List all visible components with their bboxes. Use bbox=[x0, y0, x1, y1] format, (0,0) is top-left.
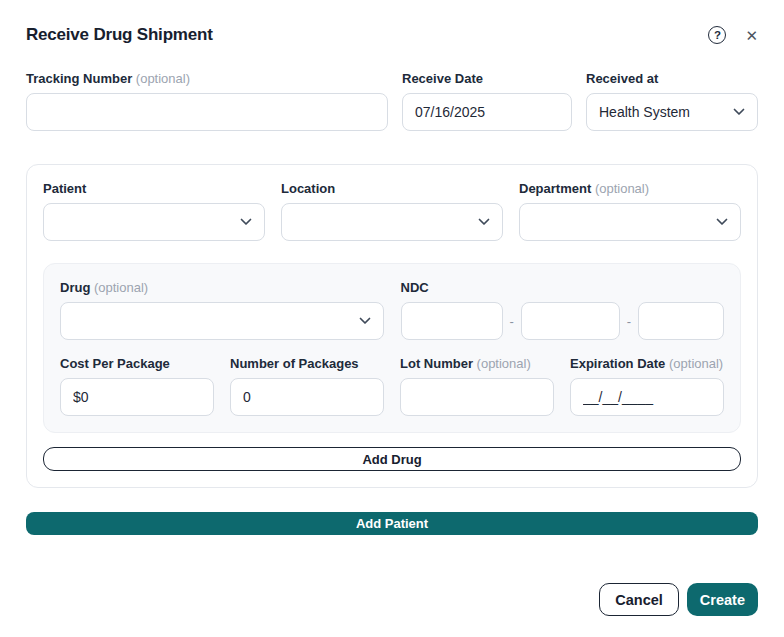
receive-drug-shipment-modal: Receive Drug Shipment ? ✕ Tracking Numbe… bbox=[0, 0, 784, 616]
ndc-separator: - bbox=[510, 314, 514, 329]
department-select[interactable] bbox=[519, 203, 741, 241]
cost-per-package-field-group: Cost Per Package bbox=[60, 356, 214, 416]
close-icon[interactable]: ✕ bbox=[745, 28, 758, 43]
ndc-field-group: NDC - - bbox=[401, 280, 725, 340]
add-drug-button[interactable]: Add Drug bbox=[43, 447, 741, 471]
tracking-number-label: Tracking Number (optional) bbox=[26, 71, 388, 86]
chevron-down-icon bbox=[478, 218, 490, 226]
shipment-info-row: Tracking Number (optional) Receive Date … bbox=[26, 71, 758, 131]
ndc-segment-2-input[interactable] bbox=[521, 302, 620, 340]
drug-details-row: Cost Per Package Number of Packages Lot … bbox=[60, 356, 724, 416]
chevron-down-icon bbox=[359, 317, 371, 325]
received-at-select[interactable]: Health System bbox=[586, 93, 758, 131]
patient-select[interactable] bbox=[43, 203, 265, 241]
chevron-down-icon bbox=[716, 218, 728, 226]
create-button[interactable]: Create bbox=[687, 583, 758, 616]
drug-ndc-row: Drug (optional) NDC - - bbox=[60, 280, 724, 340]
drug-select[interactable] bbox=[60, 302, 384, 340]
ndc-segment-1-input[interactable] bbox=[401, 302, 503, 340]
tracking-number-field-group: Tracking Number (optional) bbox=[26, 71, 388, 131]
cost-per-package-input[interactable] bbox=[60, 378, 214, 416]
drug-field-group: Drug (optional) bbox=[60, 280, 384, 340]
patient-card: Patient Location Department bbox=[26, 164, 758, 488]
department-field-group: Department (optional) bbox=[519, 181, 741, 241]
patient-label: Patient bbox=[43, 181, 265, 196]
number-of-packages-input[interactable] bbox=[230, 378, 384, 416]
receive-date-field-group: Receive Date bbox=[402, 71, 572, 131]
lot-number-label: Lot Number (optional) bbox=[400, 356, 554, 371]
page-title: Receive Drug Shipment bbox=[26, 25, 213, 45]
add-patient-button[interactable]: Add Patient bbox=[26, 512, 758, 535]
expiration-date-field-group: Expiration Date (optional) bbox=[570, 356, 724, 416]
tracking-number-input[interactable] bbox=[26, 93, 388, 131]
help-icon[interactable]: ? bbox=[708, 26, 726, 44]
location-field-group: Location bbox=[281, 181, 503, 241]
drug-label: Drug (optional) bbox=[60, 280, 384, 295]
patient-field-group: Patient bbox=[43, 181, 265, 241]
expiration-date-label: Expiration Date (optional) bbox=[570, 356, 724, 371]
modal-footer: Cancel Create bbox=[26, 583, 758, 616]
ndc-segment-3-input[interactable] bbox=[638, 302, 724, 340]
patient-row: Patient Location Department bbox=[43, 181, 741, 241]
received-at-label: Received at bbox=[586, 71, 758, 86]
ndc-separator: - bbox=[627, 314, 631, 329]
received-at-value: Health System bbox=[599, 104, 690, 120]
received-at-field-group: Received at Health System bbox=[586, 71, 758, 131]
receive-date-label: Receive Date bbox=[402, 71, 572, 86]
drug-panel: Drug (optional) NDC - - bbox=[43, 263, 741, 433]
location-select[interactable] bbox=[281, 203, 503, 241]
modal-header: Receive Drug Shipment ? ✕ bbox=[26, 24, 758, 46]
number-of-packages-field-group: Number of Packages bbox=[230, 356, 384, 416]
chevron-down-icon bbox=[240, 218, 252, 226]
location-label: Location bbox=[281, 181, 503, 196]
chevron-down-icon bbox=[733, 108, 745, 116]
lot-number-input[interactable] bbox=[400, 378, 554, 416]
department-label: Department (optional) bbox=[519, 181, 741, 196]
receive-date-input[interactable] bbox=[402, 93, 572, 131]
lot-number-field-group: Lot Number (optional) bbox=[400, 356, 554, 416]
expiration-date-input[interactable] bbox=[570, 378, 724, 416]
number-of-packages-label: Number of Packages bbox=[230, 356, 384, 371]
cost-per-package-label: Cost Per Package bbox=[60, 356, 214, 371]
ndc-label: NDC bbox=[401, 280, 725, 295]
cancel-button[interactable]: Cancel bbox=[599, 583, 679, 616]
